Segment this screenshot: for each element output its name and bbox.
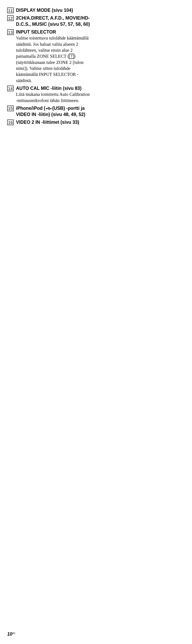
item-body: VIDEO 2 IN -liittimet (sivu 33) (16, 118, 92, 125)
item-body: 2CH/A.DIRECT, A.F.D., MOVIE/HD-D.C.S., M… (16, 14, 92, 27)
item-heading: VIDEO 2 IN -liittimet (sivu 33) (16, 120, 79, 125)
item-heading: AUTO CAL MIC -liitin (sivu 83) (16, 85, 92, 92)
list-item: 16 VIDEO 2 IN -liittimet (sivu 33) (7, 118, 92, 125)
list-item: 12 2CH/A.DIRECT, A.F.D., MOVIE/HD-D.C.S.… (7, 14, 92, 27)
item-heading: 2CH/A.DIRECT, A.F.D., MOVIE/HD-D.C.S., M… (16, 15, 90, 27)
list-item: 14 AUTO CAL MIC -liitin (sivu 83) Liitä … (7, 84, 92, 104)
item-heading: INPUT SELECTOR (16, 29, 92, 35)
item-number-box: 11 (7, 8, 14, 13)
svg-rect-1 (47, 108, 51, 109)
body-text-part: Valitse toistettava tulolähde kääntämäll… (16, 36, 89, 59)
item-number-wrapper: 15 (7, 104, 16, 111)
item-body-text: Liitä mukana toimitettu Auto Calibration… (16, 92, 92, 104)
list-item: 11 DISPLAY MODE (sivu 104) (7, 6, 92, 14)
item-number-box: 14 (7, 86, 14, 91)
page-content: 11 DISPLAY MODE (sivu 104) 12 2CH/A.DIRE… (0, 0, 99, 125)
item-body-text: Valitse toistettava tulolähde kääntämäll… (16, 35, 92, 84)
item-number-wrapper: 14 (7, 84, 16, 91)
item-number-wrapper: 16 (7, 118, 16, 125)
list-item: 13 INPUT SELECTOR Valitse toistettava tu… (7, 28, 92, 84)
page-suffix: FI (13, 632, 15, 635)
usb-icon (46, 107, 52, 111)
page-number: 10 (7, 632, 13, 636)
item-number-box: 13 (7, 29, 14, 35)
item-body: DISPLAY MODE (sivu 104) (16, 6, 92, 14)
item-number-wrapper: 11 (7, 6, 16, 13)
item-number-box: 12 (7, 15, 14, 21)
inline-number-box: 7 (69, 54, 74, 59)
item-number-wrapper: 12 (7, 14, 16, 21)
item-heading-part: iPhone/iPod ( (16, 106, 45, 111)
item-body: AUTO CAL MIC -liitin (sivu 83) Liitä muk… (16, 84, 92, 104)
list-item: 15 iPhone/iPod ((USB) -portti ja VIDEO I… (7, 104, 92, 118)
page-footer: 10FI (7, 632, 15, 637)
item-number-box: 15 (7, 106, 14, 111)
item-number-box: 16 (7, 120, 14, 125)
item-number-wrapper: 13 (7, 28, 16, 35)
item-body: INPUT SELECTOR Valitse toistettava tulol… (16, 28, 92, 84)
item-body: iPhone/iPod ((USB) -portti ja VIDEO IN -… (16, 104, 92, 118)
svg-rect-2 (49, 107, 49, 108)
item-heading: DISPLAY MODE (sivu 104) (16, 8, 73, 13)
svg-point-3 (49, 109, 50, 110)
